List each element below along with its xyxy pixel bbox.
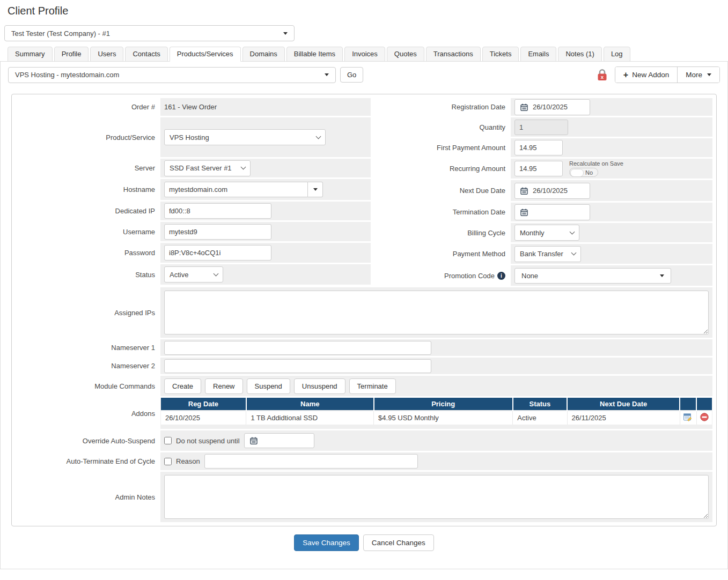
assigned-ips-label: Assigned IPs xyxy=(16,287,160,338)
tab-log[interactable]: Log xyxy=(604,47,630,62)
client-tabs: Summary Profile Users Contacts Products/… xyxy=(0,47,728,62)
product-service-value: VPS Hosting xyxy=(170,133,209,142)
recalculate-toggle-value: No xyxy=(585,169,593,176)
calendar-icon xyxy=(250,437,258,444)
go-button[interactable]: Go xyxy=(340,67,363,83)
tab-domains[interactable]: Domains xyxy=(242,47,285,62)
promotion-code-value: None xyxy=(521,272,538,280)
calendar-icon xyxy=(520,103,528,111)
module-renew-button[interactable]: Renew xyxy=(205,378,242,394)
status-label: Status xyxy=(16,264,160,285)
auto-terminate-reason-input[interactable] xyxy=(204,454,418,469)
tab-emails[interactable]: Emails xyxy=(520,47,556,62)
order-value-link[interactable]: 161 - View Order xyxy=(164,103,217,111)
more-button[interactable]: More xyxy=(677,67,719,83)
tab-billable-items[interactable]: Billable Items xyxy=(286,47,343,62)
addon-delete-icon[interactable] xyxy=(696,411,712,425)
promotion-code-label: Promotion Code i xyxy=(372,265,511,286)
new-addon-button[interactable]: + New Addon xyxy=(615,67,677,83)
tab-transactions[interactable]: Transactions xyxy=(426,47,481,62)
addon-pricing: $4.95 USD Monthly xyxy=(374,411,513,425)
save-changes-button[interactable]: Save Changes xyxy=(294,534,359,551)
hostname-input[interactable] xyxy=(164,182,308,197)
assigned-ips-textarea[interactable] xyxy=(164,291,709,334)
recurring-amount-input[interactable] xyxy=(514,161,563,176)
recalculate-toggle[interactable]: No xyxy=(569,168,598,177)
addons-header-row: Reg Date Name Pricing Status Next Due Da… xyxy=(161,398,712,411)
product-selector-dropdown[interactable]: VPS Hosting - mytestdomain.com xyxy=(8,67,336,83)
product-service-select[interactable]: VPS Hosting xyxy=(164,129,326,145)
nameserver1-input[interactable] xyxy=(164,341,431,355)
tab-products-services[interactable]: Products/Services xyxy=(170,47,241,62)
dedicated-ip-input[interactable] xyxy=(164,203,271,219)
tab-quotes[interactable]: Quotes xyxy=(387,47,424,62)
module-unsuspend-button[interactable]: Unsuspend xyxy=(294,378,345,394)
termination-date-input[interactable] xyxy=(514,204,590,220)
product-selector-value: VPS Hosting - mytestdomain.com xyxy=(15,71,119,79)
registration-date-input[interactable]: 26/10/2025 xyxy=(514,99,590,115)
page-title: Client Profile xyxy=(0,0,728,18)
billing-cycle-select[interactable]: Monthly xyxy=(514,225,579,241)
addon-name: 1 TB Addidtional SSD xyxy=(246,411,374,425)
cancel-changes-button[interactable]: Cancel Changes xyxy=(363,534,434,551)
server-select[interactable]: SSD Fast Server #1 xyxy=(164,160,251,176)
new-addon-label: New Addon xyxy=(632,71,669,79)
tab-users[interactable]: Users xyxy=(90,47,123,62)
payment-method-select[interactable]: Bank Transfer xyxy=(514,246,581,262)
product-service-label: Product/Service xyxy=(16,117,160,157)
first-payment-amount-label: First Payment Amount xyxy=(372,138,511,157)
chevron-down-icon xyxy=(313,188,318,191)
auto-terminate-checkbox[interactable] xyxy=(164,458,172,465)
next-due-date-value: 26/10/2025 xyxy=(533,187,568,195)
override-auto-suspend-checkbox[interactable] xyxy=(164,437,172,444)
addons-col-edit xyxy=(680,398,696,411)
payment-method-label: Payment Method xyxy=(372,244,511,264)
recurring-amount-label: Recurring Amount xyxy=(372,159,511,179)
status-select[interactable]: Active xyxy=(164,266,223,282)
addon-next-due-date: 26/11/2025 xyxy=(567,411,680,425)
chevron-down-icon xyxy=(570,229,575,234)
nameserver2-input[interactable] xyxy=(164,359,431,373)
override-auto-suspend-label: Override Auto-Suspend xyxy=(16,430,160,451)
billing-cycle-label: Billing Cycle xyxy=(372,223,511,242)
next-due-date-input[interactable]: 26/10/2025 xyxy=(514,183,590,199)
tab-summary[interactable]: Summary xyxy=(8,47,53,62)
tab-tickets[interactable]: Tickets xyxy=(482,47,519,62)
tab-content-area: VPS Hosting - mytestdomain.com Go x + Ne… xyxy=(0,61,728,569)
username-input[interactable] xyxy=(164,224,271,240)
admin-notes-label: Admin Notes xyxy=(16,472,160,522)
tab-invoices[interactable]: Invoices xyxy=(344,47,385,62)
chevron-down-icon xyxy=(283,32,288,35)
product-toolbar: VPS Hosting - mytestdomain.com Go x + Ne… xyxy=(1,62,727,87)
password-input[interactable] xyxy=(164,245,271,261)
recalculate-on-save-label: Recalculate on Save xyxy=(569,160,623,167)
suspend-until-date-input[interactable] xyxy=(244,433,314,448)
reason-label: Reason xyxy=(176,457,200,465)
tab-profile[interactable]: Profile xyxy=(54,47,89,62)
tab-contacts[interactable]: Contacts xyxy=(125,47,167,62)
chevron-down-icon xyxy=(316,133,321,139)
termination-date-label: Termination Date xyxy=(372,203,511,221)
calendar-icon xyxy=(520,187,528,195)
module-create-button[interactable]: Create xyxy=(164,378,201,394)
username-label: Username xyxy=(16,222,160,241)
ssl-padlock-error-icon[interactable]: x xyxy=(597,69,607,81)
hostname-dropdown-button[interactable] xyxy=(308,182,323,197)
chevron-down-icon xyxy=(241,165,246,170)
module-terminate-button[interactable]: Terminate xyxy=(349,378,396,394)
first-payment-amount-input[interactable] xyxy=(514,140,563,155)
promotion-code-dropdown[interactable]: None xyxy=(514,268,671,284)
nameserver2-label: Nameserver 2 xyxy=(16,358,160,374)
addons-col-reg-date: Reg Date xyxy=(161,398,246,411)
do-not-suspend-until-label: Do not suspend until xyxy=(176,437,240,445)
tab-notes[interactable]: Notes (1) xyxy=(558,47,601,62)
client-selector-dropdown[interactable]: Test Tester (Test Company) - #1 xyxy=(4,25,295,41)
addon-edit-icon[interactable] xyxy=(680,411,696,425)
chevron-down-icon xyxy=(707,73,711,76)
admin-notes-textarea[interactable] xyxy=(164,475,709,519)
addons-col-status: Status xyxy=(513,398,567,411)
client-selector-value: Test Tester (Test Company) - #1 xyxy=(11,29,110,38)
info-icon[interactable]: i xyxy=(497,272,505,280)
addons-col-pricing: Pricing xyxy=(374,398,513,411)
module-suspend-button[interactable]: Suspend xyxy=(247,378,290,394)
